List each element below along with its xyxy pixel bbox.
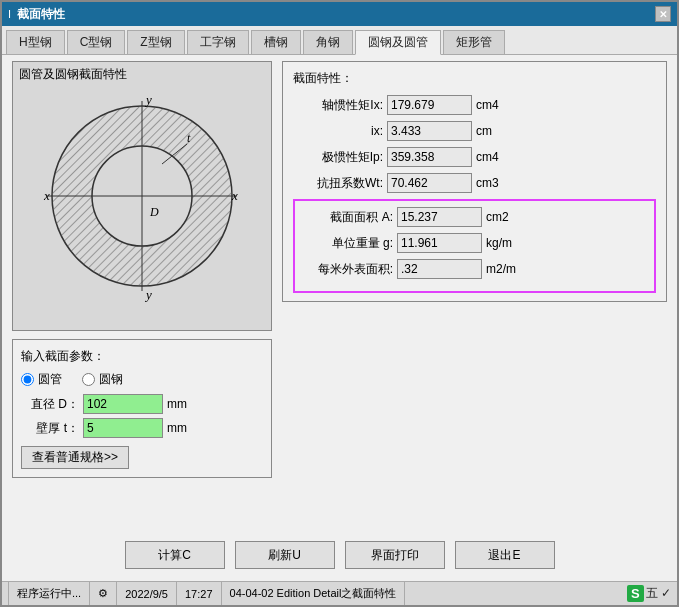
- lookup-button[interactable]: 查看普通规格>>: [21, 446, 129, 469]
- highlight-value-weight: [397, 233, 482, 253]
- prop-row-ip: 极惯性矩Ip: cm4: [293, 147, 656, 167]
- highlight-row-weight: 单位重量 g: kg/m: [303, 233, 646, 253]
- window-icon: I: [8, 8, 11, 20]
- main-window: I 截面特性 ✕ H型钢 C型钢 Z型钢 工字钢 槽钢 角钢 圆钢及圆管 矩形管…: [0, 0, 679, 607]
- close-button[interactable]: ✕: [655, 6, 671, 22]
- diameter-label: 直径 D：: [21, 396, 79, 413]
- status-date: 2022/9/5: [117, 582, 177, 605]
- prop-value-ix2: [387, 121, 472, 141]
- thickness-input[interactable]: [83, 418, 163, 438]
- content-area: 圆管及圆钢截面特性: [2, 55, 677, 581]
- thickness-label: 壁厚 t：: [21, 420, 79, 437]
- diameter-input[interactable]: [83, 394, 163, 414]
- print-button[interactable]: 界面打印: [345, 541, 445, 569]
- prop-label-ix: 轴惯性矩Ix:: [293, 97, 383, 114]
- radio-pipe-label: 圆管: [38, 371, 62, 388]
- highlight-row-surface: 每米外表面积: m2/m: [303, 259, 646, 279]
- status-gear-icon: ⚙: [90, 582, 117, 605]
- highlight-value-surface: [397, 259, 482, 279]
- right-panel: 截面特性： 轴惯性矩Ix: cm4 ix: cm 极惯性矩Ip: c: [282, 61, 667, 529]
- highlight-unit-surface: m2/m: [486, 262, 526, 276]
- prop-value-wt: [387, 173, 472, 193]
- title-bar: I 截面特性 ✕: [2, 2, 677, 26]
- input-box: 输入截面参数： 圆管 圆钢 直径 D：: [12, 339, 272, 478]
- status-time: 17:27: [177, 582, 222, 605]
- tab-channel[interactable]: 槽钢: [251, 30, 301, 54]
- window-title: 截面特性: [17, 6, 65, 23]
- calc-button[interactable]: 计算C: [125, 541, 225, 569]
- prop-label-wt: 抗扭系数Wt:: [293, 175, 383, 192]
- radio-pipe-input[interactable]: [21, 373, 34, 386]
- diameter-unit: mm: [167, 397, 187, 411]
- refresh-button[interactable]: 刷新U: [235, 541, 335, 569]
- thickness-row: 壁厚 t： mm: [21, 418, 263, 438]
- highlight-value-area: [397, 207, 482, 227]
- prop-row-wt: 抗扭系数Wt: cm3: [293, 173, 656, 193]
- button-row: 计算C 刷新U 界面打印 退出E: [12, 535, 667, 575]
- prop-row-ix: 轴惯性矩Ix: cm4: [293, 95, 656, 115]
- input-box-title: 输入截面参数：: [21, 348, 263, 365]
- prop-unit-ix: cm4: [476, 98, 516, 112]
- radio-solid-label: 圆钢: [99, 371, 123, 388]
- properties-title: 截面特性：: [293, 70, 656, 87]
- logo-text: 五 ✓: [646, 585, 671, 602]
- thickness-unit: mm: [167, 421, 187, 435]
- highlight-label-area: 截面面积 A:: [303, 209, 393, 226]
- svg-text:x: x: [231, 188, 238, 203]
- svg-text:x: x: [43, 188, 50, 203]
- prop-label-ix2: ix:: [293, 124, 383, 138]
- svg-text:y: y: [144, 287, 152, 302]
- tab-i-steel[interactable]: 工字钢: [187, 30, 249, 54]
- prop-label-ip: 极惯性矩Ip:: [293, 149, 383, 166]
- section-diagram: x x y y D t: [32, 81, 252, 311]
- svg-text:D: D: [149, 205, 159, 219]
- title-bar-left: I 截面特性: [8, 6, 65, 23]
- radio-pipe[interactable]: 圆管: [21, 371, 62, 388]
- prop-unit-ix2: cm: [476, 124, 516, 138]
- highlight-label-surface: 每米外表面积:: [303, 261, 393, 278]
- logo-s-icon: S: [627, 585, 644, 602]
- tab-c-steel[interactable]: C型钢: [67, 30, 126, 54]
- diameter-row: 直径 D： mm: [21, 394, 263, 414]
- main-area: 圆管及圆钢截面特性: [12, 61, 667, 529]
- prop-value-ix: [387, 95, 472, 115]
- diagram-box: 圆管及圆钢截面特性: [12, 61, 272, 331]
- highlight-label-weight: 单位重量 g:: [303, 235, 393, 252]
- status-running: 程序运行中...: [8, 582, 90, 605]
- tab-h-steel[interactable]: H型钢: [6, 30, 65, 54]
- prop-unit-ip: cm4: [476, 150, 516, 164]
- highlight-unit-area: cm2: [486, 210, 526, 224]
- highlight-box: 截面面积 A: cm2 单位重量 g: kg/m 每米外表面积:: [293, 199, 656, 293]
- highlight-row-area: 截面面积 A: cm2: [303, 207, 646, 227]
- diagram-title: 圆管及圆钢截面特性: [19, 66, 127, 83]
- radio-row: 圆管 圆钢: [21, 371, 263, 388]
- status-logo: S 五 ✓: [627, 585, 671, 602]
- svg-text:y: y: [144, 92, 152, 107]
- prop-unit-wt: cm3: [476, 176, 516, 190]
- tab-bar: H型钢 C型钢 Z型钢 工字钢 槽钢 角钢 圆钢及圆管 矩形管: [2, 26, 677, 55]
- status-bar: 程序运行中... ⚙ 2022/9/5 17:27 04-04-02 Editi…: [2, 581, 677, 605]
- prop-row-ix2: ix: cm: [293, 121, 656, 141]
- tab-round[interactable]: 圆钢及圆管: [355, 30, 441, 55]
- highlight-unit-weight: kg/m: [486, 236, 526, 250]
- radio-solid[interactable]: 圆钢: [82, 371, 123, 388]
- left-panel: 圆管及圆钢截面特性: [12, 61, 272, 529]
- status-info: 04-04-02 Edition Detail之截面特性: [222, 582, 406, 605]
- tab-z-steel[interactable]: Z型钢: [127, 30, 184, 54]
- prop-value-ip: [387, 147, 472, 167]
- properties-group: 截面特性： 轴惯性矩Ix: cm4 ix: cm 极惯性矩Ip: c: [282, 61, 667, 302]
- radio-solid-input[interactable]: [82, 373, 95, 386]
- tab-rect[interactable]: 矩形管: [443, 30, 505, 54]
- tab-angle[interactable]: 角钢: [303, 30, 353, 54]
- exit-button[interactable]: 退出E: [455, 541, 555, 569]
